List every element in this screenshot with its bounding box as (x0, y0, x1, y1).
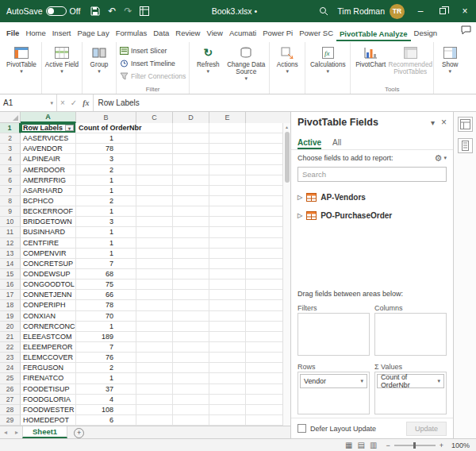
count-cell[interactable]: 68 (76, 269, 136, 279)
normal-view-icon[interactable]: ▦ (345, 441, 352, 449)
autosave-toggle[interactable]: AutoSave Off (6, 6, 80, 16)
vendor-cell[interactable]: HOMEDEPOT (21, 415, 76, 426)
row-number[interactable]: 14 (0, 259, 21, 269)
rows-field-chip[interactable]: Vendor ▾ (300, 374, 367, 388)
row-number[interactable]: 8 (0, 196, 21, 206)
count-cell[interactable]: 1 (76, 175, 136, 186)
ribbon-tab-power-sc[interactable]: Power SC (296, 29, 336, 41)
count-cell[interactable]: 3 (76, 217, 136, 227)
row-number[interactable]: 25 (0, 373, 21, 384)
ribbon-tab-view[interactable]: View (203, 29, 225, 41)
vendor-cell[interactable]: BUSINHARD (21, 227, 76, 237)
scroll-up-icon[interactable]: ▲ (285, 125, 289, 129)
vendor-cell[interactable]: FIRENATCO (21, 373, 76, 384)
calculations-button[interactable]: fx Calculations ▾ (307, 44, 348, 75)
defer-layout-checkbox[interactable] (298, 424, 306, 433)
vendor-cell[interactable]: CONPERIPH (21, 300, 76, 310)
insert-timeline-button[interactable]: Insert Timeline (118, 57, 177, 69)
vendor-cell[interactable]: ELEEMPEROR (21, 342, 76, 353)
sheet-nav-right-icon[interactable]: ▸ (11, 426, 22, 438)
vendor-cell[interactable]: ELEMCCOVER (21, 353, 76, 363)
rows-area[interactable]: Vendor ▾ (298, 372, 370, 414)
gear-caret-icon[interactable]: ▾ (443, 155, 447, 161)
row-number[interactable]: 21 (0, 332, 21, 342)
values-area[interactable]: Count of OrderNbr ▾ (374, 372, 447, 414)
row-number[interactable]: 28 (0, 405, 21, 415)
formula-content[interactable]: Row Labels (94, 94, 476, 111)
vendor-cell[interactable]: FERGUSON (21, 363, 76, 373)
count-cell[interactable]: 7 (76, 259, 136, 269)
column-header-A[interactable]: A (21, 112, 76, 123)
count-cell[interactable]: 1 (76, 227, 136, 237)
ribbon-tab-acumati[interactable]: Acumati (226, 29, 259, 41)
zoom-slider[interactable] (394, 445, 436, 446)
zoom-level[interactable]: 100% (447, 441, 470, 449)
vendor-cell[interactable]: CENTFIRE (21, 238, 76, 249)
ribbon-tab-insert[interactable]: Insert (49, 29, 75, 41)
columns-area[interactable] (374, 313, 447, 356)
row-number[interactable]: 6 (0, 175, 21, 186)
cancel-entry-icon[interactable]: × (60, 98, 65, 107)
filter-dropdown-icon[interactable]: ▾ (65, 125, 74, 131)
row-number[interactable]: 22 (0, 342, 21, 353)
count-cell[interactable]: 78 (76, 144, 136, 154)
count-cell[interactable]: 1 (76, 373, 136, 384)
avatar[interactable]: TR (390, 4, 405, 19)
page-break-view-icon[interactable]: ▥ (370, 441, 377, 449)
confirm-entry-icon[interactable]: ✓ (71, 98, 77, 107)
count-cell[interactable]: 2 (76, 165, 136, 175)
row-number[interactable]: 10 (0, 217, 21, 227)
vendor-cell[interactable]: CONXIAN (21, 311, 76, 322)
restore-button[interactable] (432, 0, 454, 22)
count-cell[interactable]: 1 (76, 206, 136, 217)
page-layout-view-icon[interactable]: ▤ (358, 441, 365, 449)
add-sheet-button[interactable]: + (74, 428, 84, 438)
vendor-cell[interactable]: CONNETJENN (21, 290, 76, 300)
vendor-cell[interactable]: BRIDGETOWN (21, 217, 76, 227)
actions-button[interactable]: Actions ▾ (271, 44, 303, 75)
change-data-source-button[interactable]: Change Data Source ▾ (225, 44, 267, 82)
vertical-scrollbar[interactable]: ▲ (282, 123, 290, 426)
gear-icon[interactable]: ⚙ (435, 153, 443, 164)
pane-close-icon[interactable]: × (441, 117, 447, 128)
vendor-cell[interactable]: ASARHARD (21, 186, 76, 196)
save-icon[interactable] (90, 6, 100, 16)
row-number[interactable]: 16 (0, 279, 21, 290)
expand-chevron-icon[interactable]: ▷ (298, 194, 302, 201)
vendor-cell[interactable]: FOODGLORIA (21, 395, 76, 405)
count-cell[interactable]: 189 (76, 332, 136, 342)
recommended-pivottables-button[interactable]: Recommended PivotTables (389, 44, 432, 75)
ribbon-tab-review[interactable]: Review (172, 29, 203, 41)
count-cell[interactable]: 2 (76, 363, 136, 373)
sheet-tab-sheet1[interactable]: Sheet1 (22, 426, 67, 438)
pivottable-button[interactable]: PivotTable ▾ (3, 44, 40, 75)
defer-layout-label[interactable]: Defer Layout Update (310, 425, 402, 433)
account-area[interactable]: Tim Rodman TR (337, 4, 405, 19)
row-number[interactable]: 23 (0, 353, 21, 363)
search-input[interactable] (298, 167, 447, 182)
ribbon-tab-pivottable-analyze[interactable]: PivotTable Analyze (336, 29, 411, 42)
sheet-nav-left-icon[interactable]: ◂ (0, 426, 11, 438)
count-cell[interactable]: 2 (76, 196, 136, 206)
count-cell[interactable]: 1 (76, 249, 136, 259)
vendor-cell[interactable]: COMPENVIR (21, 249, 76, 259)
count-cell[interactable]: 6 (76, 415, 136, 426)
group-button[interactable]: Group ▾ (84, 44, 114, 75)
autosave-switch[interactable] (46, 6, 67, 16)
tab-active[interactable]: Active (298, 138, 321, 149)
show-button[interactable]: Show ▾ (436, 44, 464, 75)
vendor-cell[interactable]: CORNERCONC (21, 322, 76, 332)
ribbon-tab-design[interactable]: Design (411, 29, 441, 41)
count-cell[interactable]: 70 (76, 311, 136, 322)
ribbon-tab-page-lay[interactable]: Page Lay (74, 29, 112, 41)
count-cell[interactable]: 108 (76, 405, 136, 415)
zoom-in-icon[interactable]: + (440, 441, 443, 449)
row-number[interactable]: 4 (0, 154, 21, 164)
count-cell[interactable]: 1 (76, 238, 136, 249)
count-cell[interactable]: 3 (76, 154, 136, 164)
secondary-pane-toggle-icon[interactable] (458, 138, 473, 153)
count-cell[interactable]: 75 (76, 279, 136, 290)
count-cell[interactable]: 66 (76, 290, 136, 300)
ribbon-tab-power-pi[interactable]: Power Pi (259, 29, 296, 41)
name-box[interactable]: A1 ▾ (0, 94, 57, 111)
